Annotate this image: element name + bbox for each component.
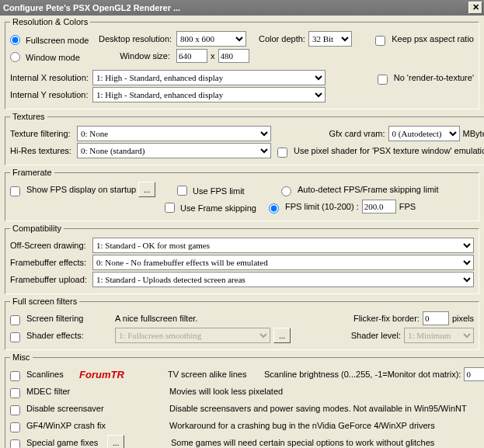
internal-x-select[interactable]: 1: High - Standard, enhanced display — [92, 70, 326, 85]
hires-select[interactable]: 0: None (standard) — [77, 143, 271, 158]
internal-y-select[interactable]: 1: High - Standard, enhanced display — [92, 87, 326, 102]
use-fps-limit-checkbox[interactable] — [177, 186, 187, 196]
screensaver-checkbox[interactable] — [10, 405, 20, 415]
mdec-label: MDEC filter — [26, 387, 166, 396]
compat-legend: Compatibility — [10, 224, 64, 233]
no-rtt-checkbox[interactable] — [378, 75, 388, 85]
special-checkbox[interactable] — [10, 439, 20, 449]
color-depth-select[interactable]: 32 Bit — [308, 31, 352, 47]
pixel-shader-label: Use pixel shader for 'PSX texture window… — [294, 146, 484, 155]
texture-filtering-select[interactable]: 0: None — [77, 126, 271, 141]
no-rtt-label: No 'render-to-texture' — [394, 73, 474, 82]
x-separator: x — [211, 51, 215, 61]
fps-limit-label: FPS limit (10-200) : — [285, 202, 359, 211]
flicker-input[interactable] — [423, 311, 449, 325]
watermark-text: ForumTR — [79, 369, 165, 380]
use-frameskip-checkbox[interactable] — [165, 203, 175, 213]
internal-x-label: Internal X resolution: — [10, 73, 89, 82]
pixel-shader-checkbox[interactable] — [277, 148, 287, 158]
textures-legend: Textures — [10, 112, 47, 121]
shader-level-label: Shader level: — [351, 331, 401, 340]
fps-config-button[interactable]: ... — [138, 182, 155, 197]
misc-group: Misc Scanlines ForumTR TV screen alike l… — [5, 352, 484, 448]
compat-group: Compatibility Off-Screen drawing: 1: Sta… — [5, 224, 479, 294]
mbytes-label: MBytes — [463, 129, 484, 138]
scanlines-desc: TV screen alike lines — [168, 370, 261, 379]
scanlines-checkbox[interactable] — [10, 371, 20, 381]
framerate-group: Framerate Show FPS display on startup ..… — [5, 168, 479, 221]
fbeffects-label: Framebuffer effects: — [10, 258, 89, 267]
fps-limit-radio[interactable] — [269, 203, 279, 214]
scan-bright-label: Scanline brightness (0...255, -1=Monitor… — [264, 370, 461, 379]
gf4-label: GF4/WinXP crash fix — [26, 421, 166, 430]
autodetect-label: Auto-detect FPS/Frame skipping limit — [298, 185, 439, 194]
internal-y-label: Internal Y resolution: — [10, 90, 89, 99]
shader-effects-select[interactable]: 1: Fullscreen smoothing — [115, 328, 270, 343]
texture-filtering-label: Texture filtering: — [10, 129, 74, 138]
pixels-label: pixels — [452, 314, 474, 323]
screen-filtering-desc: A nice fullscreen filter. — [115, 314, 197, 323]
flicker-label: Flicker-fix border: — [353, 314, 420, 323]
filters-legend: Full screen filters — [10, 297, 79, 306]
window-title: Configure Pete's PSX OpenGL2 Renderer ..… — [3, 3, 180, 12]
shader-level-select[interactable]: 1: Minimum — [404, 328, 474, 343]
fullscreen-radio[interactable] — [10, 35, 20, 45]
fps-limit-input[interactable] — [362, 200, 396, 214]
shader-effects-checkbox[interactable] — [10, 332, 20, 342]
show-fps-checkbox[interactable] — [10, 186, 20, 196]
mdec-checkbox[interactable] — [10, 388, 20, 398]
window-mode-radio[interactable] — [10, 52, 20, 62]
screen-filtering-checkbox[interactable] — [10, 315, 20, 325]
keep-aspect-label: Keep psx aspect ratio — [392, 34, 474, 43]
titlebar: Configure Pete's PSX OpenGL2 Renderer ..… — [0, 0, 484, 16]
window-width-input[interactable] — [176, 49, 207, 63]
special-desc: Some games will need certain special opt… — [171, 438, 434, 447]
framerate-legend: Framerate — [10, 168, 54, 177]
screensaver-label: Disable screensaver — [26, 404, 166, 413]
scan-bright-input[interactable] — [464, 367, 484, 381]
desktop-res-select[interactable]: 800 x 600 — [176, 31, 246, 47]
window-mode-label: Window mode — [26, 53, 80, 62]
hires-label: Hi-Res textures: — [10, 146, 74, 155]
scanlines-label: Scanlines — [26, 370, 76, 379]
desktop-res-label: Desktop resolution: — [99, 34, 173, 43]
textures-group: Textures Texture filtering: 0: None Gfx … — [5, 112, 484, 165]
shader-config-button[interactable]: ... — [273, 328, 291, 343]
show-fps-label: Show FPS display on startup — [26, 185, 135, 194]
fps-unit-label: FPS — [399, 202, 416, 211]
resolution-legend: Resolution & Colors — [10, 17, 90, 26]
vram-label: Gfx card vram: — [329, 129, 385, 138]
offscreen-select[interactable]: 1: Standard - OK for most games — [92, 238, 474, 253]
special-config-button[interactable]: ... — [107, 435, 124, 448]
shader-effects-label: Shader effects: — [26, 331, 112, 340]
resolution-group: Resolution & Colors Fullscreen mode Desk… — [5, 17, 479, 109]
filters-group: Full screen filters Screen filtering A n… — [5, 297, 479, 350]
use-fps-limit-label: Use FPS limit — [193, 186, 245, 196]
screensaver-desc: Disable screensavers and power saving mo… — [169, 404, 467, 413]
misc-legend: Misc — [10, 352, 33, 362]
mdec-desc: Movies will look less pixelated — [169, 387, 283, 396]
color-depth-label: Color depth: — [259, 34, 305, 43]
autodetect-radio[interactable] — [281, 186, 291, 196]
fbupload-select[interactable]: 1: Standard - Uploads detected screen ar… — [92, 272, 474, 287]
window-size-label: Window size: — [99, 51, 173, 61]
vram-select[interactable]: 0 (Autodetect) — [388, 126, 460, 141]
offscreen-label: Off-Screen drawing: — [10, 241, 89, 250]
gf4-checkbox[interactable] — [10, 422, 20, 432]
fbeffects-select[interactable]: 0: None - No framebuffer effects will be… — [92, 255, 474, 270]
keep-aspect-checkbox[interactable] — [375, 36, 385, 46]
fbupload-label: Framebuffer upload: — [10, 275, 89, 284]
special-label: Special game fixes — [26, 438, 104, 447]
window-height-input[interactable] — [218, 49, 249, 63]
fullscreen-label: Fullscreen mode — [26, 36, 89, 45]
use-frameskip-label: Use Frame skipping — [180, 203, 256, 213]
close-icon[interactable]: ✕ — [468, 2, 482, 14]
screen-filtering-label: Screen filtering — [26, 314, 112, 323]
gf4-desc: Workaround for a crashing bug in the nVi… — [169, 421, 435, 430]
